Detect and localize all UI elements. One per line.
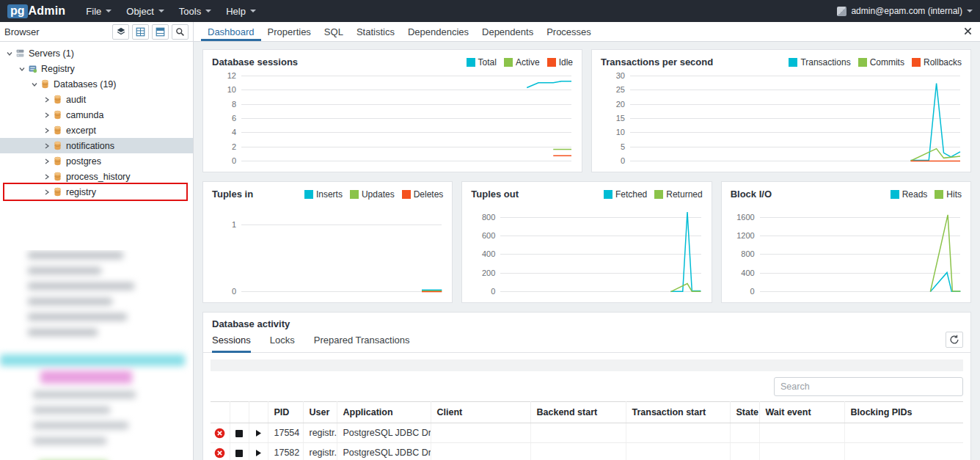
object-explorer-icon[interactable] bbox=[112, 24, 129, 40]
tree-item-notifications[interactable]: notifications bbox=[0, 138, 193, 153]
chevron-down-icon bbox=[205, 10, 211, 12]
search-input[interactable] bbox=[774, 377, 963, 396]
chevron-right-icon[interactable] bbox=[42, 97, 52, 103]
y-tick-label: 20 bbox=[616, 100, 625, 109]
db-group-icon bbox=[40, 79, 51, 89]
chevron-down-icon[interactable] bbox=[4, 51, 15, 56]
chart-title: Transactions per second bbox=[601, 56, 713, 67]
layers-icon bbox=[117, 27, 125, 36]
browser-tree-panel: Servers (1)RegistryDatabases (19)auditca… bbox=[0, 42, 194, 460]
chevron-down-icon bbox=[967, 10, 973, 12]
cell-user: registr... bbox=[303, 423, 337, 443]
menu-tools[interactable]: Tools bbox=[172, 0, 219, 22]
close-panel-icon[interactable] bbox=[962, 25, 973, 39]
legend-swatch bbox=[891, 190, 899, 199]
series-total bbox=[527, 81, 571, 88]
db-icon bbox=[52, 187, 63, 197]
y-tick-label: 1 bbox=[232, 220, 236, 229]
legend-label: Fetched bbox=[615, 189, 647, 200]
chevron-right-icon[interactable] bbox=[42, 112, 52, 118]
chart-database-sessions: Database sessionsTotalActiveIdle12108642… bbox=[202, 49, 582, 172]
tree-item-registry[interactable]: registry bbox=[0, 184, 193, 200]
col-blocking-pids: Blocking PIDs bbox=[844, 402, 963, 423]
db-icon bbox=[52, 95, 63, 104]
cell-cancel-icon bbox=[211, 423, 230, 443]
refresh-button[interactable] bbox=[946, 332, 963, 348]
chart-block-i-o: Block I/OReadsHits160012008004000 bbox=[721, 181, 971, 303]
tab-sql[interactable]: SQL bbox=[318, 22, 350, 41]
stop-icon[interactable] bbox=[235, 450, 243, 457]
legend-label: Commits bbox=[870, 57, 904, 67]
chevron-down-icon[interactable] bbox=[17, 66, 27, 72]
y-tick-label: 600 bbox=[482, 231, 495, 240]
tree-item-servers-1[interactable]: Servers (1) bbox=[0, 45, 193, 61]
tab-dashboard[interactable]: Dashboard bbox=[201, 22, 261, 41]
series-reads bbox=[930, 272, 960, 291]
menu-object[interactable]: Object bbox=[119, 0, 172, 22]
legend-label: Transactions bbox=[800, 57, 850, 67]
tree-item-camunda[interactable]: camunda bbox=[0, 107, 193, 123]
top-menubar: pg Admin FileObjectToolsHelp admin@epam.… bbox=[0, 0, 980, 22]
activity-tab-prepared-transactions[interactable]: Prepared Transactions bbox=[314, 335, 410, 353]
tree-item-label: Servers (1) bbox=[29, 48, 74, 59]
legend-swatch bbox=[304, 190, 313, 199]
y-tick-label: 1200 bbox=[736, 231, 754, 240]
menu-help[interactable]: Help bbox=[219, 0, 263, 22]
cell-details-icon bbox=[249, 443, 268, 460]
chevron-right-icon[interactable] bbox=[42, 143, 52, 149]
tree-item-databases-19[interactable]: Databases (19) bbox=[0, 76, 193, 92]
legend-swatch bbox=[912, 58, 921, 67]
stop-icon[interactable] bbox=[235, 430, 243, 437]
y-tick-label: 0 bbox=[491, 287, 495, 296]
chart-canvas bbox=[630, 76, 960, 161]
tab-dependents[interactable]: Dependents bbox=[475, 22, 540, 41]
activity-tab-locks[interactable]: Locks bbox=[270, 335, 295, 353]
redacted-blur bbox=[33, 437, 106, 445]
grid-strip bbox=[211, 359, 963, 371]
db-icon bbox=[52, 156, 63, 166]
legend-label: Deletes bbox=[414, 189, 444, 200]
close-icon bbox=[964, 27, 972, 35]
chart-transactions-per-second: Transactions per secondTransactionsCommi… bbox=[591, 49, 971, 172]
details-icon[interactable] bbox=[255, 429, 262, 437]
cell-application: PostgreSQL JDBC Dr... bbox=[337, 423, 431, 443]
chevron-right-icon[interactable] bbox=[42, 128, 52, 134]
tree-item-excerpt[interactable]: excerpt bbox=[0, 123, 193, 138]
user-menu[interactable]: admin@epam.com (internal) bbox=[837, 6, 973, 16]
chevron-right-icon[interactable] bbox=[42, 174, 52, 180]
cancel-icon[interactable] bbox=[214, 448, 225, 459]
y-tick-label: 6 bbox=[232, 114, 236, 123]
tab-dependencies[interactable]: Dependencies bbox=[401, 22, 475, 41]
document-tabstrip: DashboardPropertiesSQLStatisticsDependen… bbox=[194, 22, 962, 41]
chevron-right-icon[interactable] bbox=[42, 189, 52, 195]
search-objects-button[interactable] bbox=[172, 24, 189, 40]
cell-wait_event bbox=[759, 443, 844, 460]
chart-legend: FetchedReturned bbox=[596, 189, 703, 200]
tree-item-label: excerpt bbox=[66, 125, 96, 136]
legend-item-transactions: Transactions bbox=[789, 57, 850, 67]
refresh-icon bbox=[949, 335, 959, 345]
tree-item-process-history[interactable]: process_history bbox=[0, 169, 193, 184]
tab-processes[interactable]: Processes bbox=[540, 22, 598, 41]
chevron-down-icon[interactable] bbox=[29, 81, 40, 87]
redacted-blur bbox=[28, 282, 134, 290]
filtered-rows-icon[interactable] bbox=[152, 24, 169, 40]
cancel-icon[interactable] bbox=[214, 428, 225, 439]
chart-head: Transactions per secondTransactionsCommi… bbox=[592, 50, 970, 67]
db-icon bbox=[52, 125, 63, 135]
tree-item-audit[interactable]: audit bbox=[0, 92, 193, 107]
search-row bbox=[203, 371, 970, 401]
y-tick-label: 0 bbox=[750, 287, 755, 296]
details-icon[interactable] bbox=[255, 449, 262, 457]
cell-wait_event bbox=[759, 423, 844, 443]
activity-tab-sessions[interactable]: Sessions bbox=[212, 335, 251, 353]
tree-item-postgres[interactable]: postgres bbox=[0, 153, 193, 169]
menu-file[interactable]: File bbox=[78, 0, 119, 22]
tab-properties[interactable]: Properties bbox=[261, 22, 318, 41]
chevron-right-icon[interactable] bbox=[42, 158, 52, 164]
tree-item-label: camunda bbox=[66, 110, 103, 120]
tree-item-registry[interactable]: Registry bbox=[0, 61, 193, 76]
sessions-table: PIDUserApplicationClientBackend startTra… bbox=[211, 401, 963, 460]
grid-view-icon[interactable] bbox=[132, 24, 149, 40]
tab-statistics[interactable]: Statistics bbox=[350, 22, 401, 41]
